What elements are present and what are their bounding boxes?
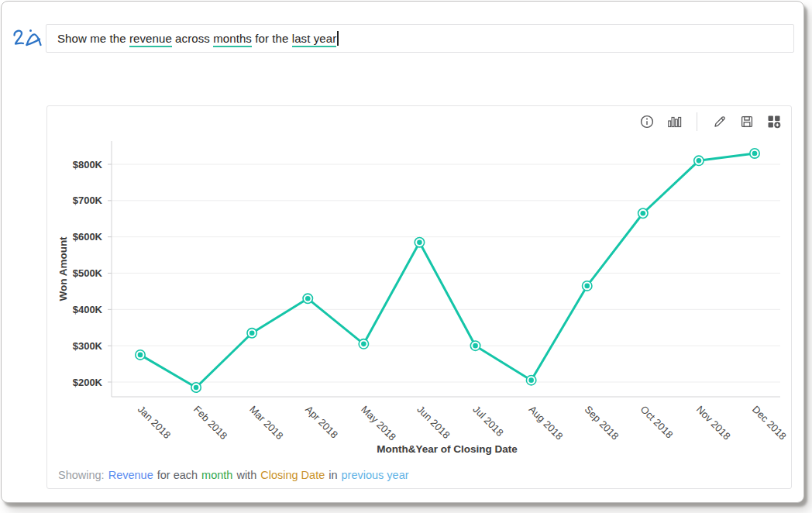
svg-text:$700K: $700K — [73, 195, 103, 206]
info-icon[interactable] — [639, 114, 655, 129]
svg-text:$500K: $500K — [73, 267, 103, 279]
svg-text:$400K: $400K — [73, 304, 103, 315]
toolbar-divider — [697, 112, 697, 131]
edit-icon[interactable] — [712, 114, 728, 129]
svg-text:Aug 2018: Aug 2018 — [527, 404, 566, 442]
svg-text:Dec 2018: Dec 2018 — [750, 404, 789, 442]
chart-card: $200K$300K$400K$500K$600K$700K$800KJan 2… — [46, 105, 792, 489]
svg-text:Nov 2018: Nov 2018 — [694, 404, 733, 442]
chart-toolbar — [639, 112, 782, 131]
svg-text:Jul 2018: Jul 2018 — [470, 404, 505, 439]
summary-token[interactable]: month — [201, 469, 232, 481]
svg-text:Mar 2018: Mar 2018 — [247, 404, 285, 442]
summary-token[interactable]: previous year — [342, 469, 409, 481]
summary-prefix: Showing: — [58, 469, 105, 481]
svg-text:$200K: $200K — [73, 377, 103, 388]
y-axis-title: Won Amount — [57, 236, 69, 301]
svg-text:Oct 2018: Oct 2018 — [638, 404, 676, 441]
zia-window: Show me the revenue across months for th… — [1, 1, 804, 503]
svg-text:$300K: $300K — [73, 340, 103, 352]
line-chart[interactable]: $200K$300K$400K$500K$600K$700K$800KJan 2… — [47, 106, 791, 488]
add-to-dashboard-icon[interactable] — [766, 114, 782, 129]
summary-text: for each — [157, 469, 198, 481]
svg-text:Jan 2018: Jan 2018 — [136, 404, 173, 441]
summary-token[interactable]: Revenue — [108, 469, 153, 481]
summary-token[interactable]: Closing Date — [260, 469, 325, 481]
chart-summary: Showing: Revenuefor eachmonthwithClosing… — [58, 469, 409, 481]
zia-logo — [12, 26, 46, 53]
query-text: Show me the revenue across months for th… — [57, 31, 336, 46]
svg-text:Sep 2018: Sep 2018 — [583, 404, 621, 442]
svg-text:Apr 2018: Apr 2018 — [303, 404, 340, 441]
svg-text:$600K: $600K — [73, 231, 103, 243]
query-input[interactable]: Show me the revenue across months for th… — [46, 24, 794, 53]
summary-text: in — [329, 469, 337, 481]
chart-type-icon[interactable] — [666, 114, 682, 129]
x-axis-title: Month&Year of Closing Date — [377, 443, 518, 455]
svg-text:Jun 2018: Jun 2018 — [415, 404, 452, 441]
plot-area: $200K$300K$400K$500K$600K$700K$800KJan 2… — [73, 141, 789, 442]
svg-text:Feb 2018: Feb 2018 — [191, 404, 229, 442]
summary-text: with — [236, 469, 256, 481]
svg-text:$800K: $800K — [73, 159, 103, 170]
save-icon[interactable] — [739, 114, 755, 129]
text-cursor — [337, 31, 339, 46]
svg-text:May 2018: May 2018 — [359, 404, 398, 443]
